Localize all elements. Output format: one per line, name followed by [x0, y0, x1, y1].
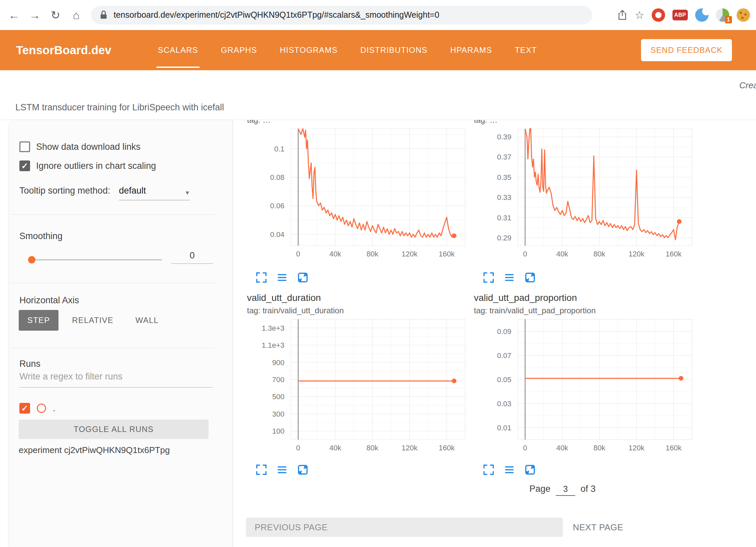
- data-lines-button[interactable]: [503, 464, 515, 477]
- run-name: .: [53, 403, 55, 414]
- chart-toolbar: [255, 271, 318, 285]
- fit-domain-button[interactable]: [524, 464, 536, 477]
- ignore-outliers-checkbox[interactable]: [19, 160, 30, 171]
- tab-distributions[interactable]: DISTRIBUTIONS: [359, 30, 429, 70]
- data-lines-button[interactable]: [503, 271, 515, 285]
- chart-valid-utt-duration-plot[interactable]: 1003005007009001.1e+31.3e+3040k80k120k16…: [246, 318, 466, 455]
- divider: [11, 283, 215, 283]
- horizontal-lines-icon: [503, 271, 515, 284]
- svg-text:0.37: 0.37: [497, 153, 511, 161]
- slider-thumb[interactable]: [28, 256, 35, 263]
- runs-filter-input[interactable]: [19, 371, 213, 388]
- tooltip-sorting-row: Tooltip sorting method: default ▾: [19, 186, 190, 200]
- home-button[interactable]: ⌂: [69, 8, 84, 22]
- browser-window: ← → ↻ ⌂ tensorboard.dev/experiment/cj2vt…: [0, 0, 756, 547]
- expand-chart-button[interactable]: [483, 271, 495, 285]
- address-bar[interactable]: tensorboard.dev/experiment/cj2vtPiwQHKN9…: [91, 6, 592, 24]
- svg-text:40k: 40k: [556, 444, 569, 452]
- next-page-button[interactable]: NEXT PAGE: [573, 518, 623, 537]
- ignore-outliers-label: Ignore outliers in chart scaling: [36, 161, 156, 171]
- svg-text:80k: 80k: [594, 250, 606, 258]
- adblock-extension-icon[interactable]: [652, 8, 665, 22]
- ignore-outliers-row: Ignore outliers in chart scaling: [19, 160, 156, 171]
- browser-chrome: ← → ↻ ⌂ tensorboard.dev/experiment/cj2vt…: [0, 0, 756, 30]
- chart-top-left-plot[interactable]: 0.040.060.080.1040k80k120k160k: [246, 127, 466, 261]
- chart-top-right-plot[interactable]: 0.290.310.330.350.370.39040k80k120k160k: [473, 127, 693, 261]
- expand-chart-button[interactable]: [483, 464, 495, 477]
- tab-scalars[interactable]: SCALARS: [156, 30, 199, 70]
- svg-text:0.08: 0.08: [270, 173, 284, 182]
- fit-domain-button[interactable]: [297, 464, 309, 477]
- svg-text:80k: 80k: [367, 444, 379, 452]
- browser-actions: ☆ ABP 1: [617, 8, 750, 22]
- axis-wall-button[interactable]: WALL: [127, 310, 167, 331]
- brand-logo[interactable]: TensorBoard.dev: [16, 43, 111, 57]
- experiment-name: experiment cj2vtPiwQHKN9Q1tx6PTpg: [19, 445, 170, 455]
- bookmark-star-icon[interactable]: ☆: [635, 9, 644, 21]
- fit-domain-button[interactable]: [297, 271, 309, 285]
- tab-histograms[interactable]: HISTOGRAMS: [278, 30, 339, 70]
- experiment-header: Crea LSTM transducer training for LibriS…: [0, 70, 756, 120]
- svg-text:100: 100: [272, 427, 284, 435]
- share-icon[interactable]: [617, 9, 627, 21]
- svg-text:0: 0: [296, 444, 300, 452]
- created-text-truncated: Crea: [739, 80, 756, 91]
- expand-chart-button[interactable]: [255, 464, 267, 477]
- tooltip-sorting-dropdown[interactable]: default ▾: [119, 186, 190, 200]
- fit-to-frame-icon: [297, 271, 309, 284]
- forward-button[interactable]: →: [27, 8, 42, 22]
- svg-text:0.07: 0.07: [497, 351, 511, 360]
- chart-tag: tag: train/valid_utt_duration: [247, 306, 344, 315]
- extension-badge: 1: [725, 16, 732, 23]
- smoothing-slider[interactable]: [29, 255, 162, 264]
- show-download-row: Show data download links: [19, 141, 140, 152]
- url-text: tensorboard.dev/experiment/cj2vtPiwQHKN9…: [114, 10, 439, 20]
- svg-text:300: 300: [272, 410, 284, 418]
- svg-text:0.33: 0.33: [497, 193, 511, 202]
- smoothing-value-input[interactable]: [171, 250, 213, 264]
- experiment-title: LSTM transducer training for LibriSpeech…: [15, 102, 224, 113]
- svg-text:0: 0: [523, 444, 527, 452]
- data-lines-button[interactable]: [276, 271, 288, 285]
- svg-text:40k: 40k: [330, 444, 342, 452]
- svg-text:160k: 160k: [666, 444, 682, 452]
- svg-text:120k: 120k: [629, 250, 645, 258]
- fit-to-frame-icon: [297, 464, 309, 476]
- fit-to-frame-icon: [524, 271, 536, 284]
- blue-extension-icon[interactable]: [695, 8, 709, 22]
- previous-page-button[interactable]: PREVIOUS PAGE: [246, 518, 563, 537]
- svg-text:160k: 160k: [439, 250, 455, 258]
- chart-toolbar: [483, 271, 545, 285]
- axis-relative-button[interactable]: RELATIVE: [63, 310, 122, 331]
- app-header: TensorBoard.dev SCALARS GRAPHS HISTOGRAM…: [0, 30, 756, 70]
- cookie-extension-icon[interactable]: [737, 8, 750, 22]
- data-lines-button[interactable]: [276, 464, 288, 477]
- nav-controls: ← → ↻ ⌂: [7, 8, 84, 22]
- profile-extension-icon[interactable]: 1: [716, 8, 729, 22]
- expand-chart-button[interactable]: [255, 271, 267, 285]
- svg-text:0.39: 0.39: [497, 133, 511, 141]
- axis-step-button[interactable]: STEP: [19, 310, 58, 331]
- fit-domain-button[interactable]: [524, 271, 536, 285]
- tab-text[interactable]: TEXT: [513, 30, 538, 70]
- slider-track: [29, 259, 162, 260]
- toggle-all-runs-button[interactable]: TOGGLE ALL RUNS: [19, 420, 209, 439]
- abp-extension-icon[interactable]: ABP: [672, 10, 688, 20]
- chart-title: valid_utt_pad_proportion: [474, 293, 577, 303]
- chart-valid-utt-pad-proportion-plot[interactable]: 0.010.030.050.070.09040k80k120k160k: [473, 318, 693, 455]
- smoothing-label: Smoothing: [19, 231, 62, 241]
- svg-text:0: 0: [523, 250, 527, 258]
- page-number-input[interactable]: [556, 484, 575, 496]
- svg-text:1.3e+3: 1.3e+3: [262, 324, 284, 332]
- send-feedback-button[interactable]: SEND FEEDBACK: [641, 39, 732, 61]
- tab-hparams[interactable]: HPARAMS: [449, 30, 493, 70]
- run-color-swatch[interactable]: [37, 404, 46, 413]
- reload-button[interactable]: ↻: [48, 8, 63, 22]
- run-checkbox[interactable]: [19, 403, 30, 414]
- show-download-checkbox[interactable]: [19, 141, 30, 152]
- divider: [11, 348, 215, 348]
- back-button[interactable]: ←: [7, 8, 21, 22]
- svg-text:500: 500: [272, 393, 284, 401]
- svg-text:120k: 120k: [629, 444, 645, 452]
- tab-graphs[interactable]: GRAPHS: [220, 30, 259, 70]
